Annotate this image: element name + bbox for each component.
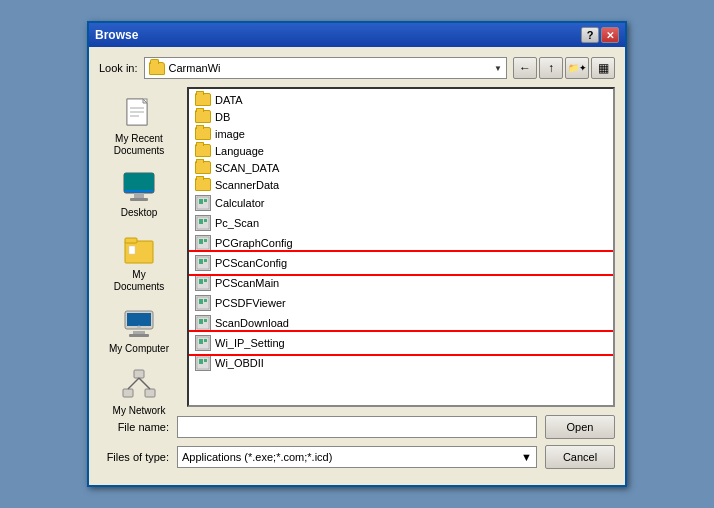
- svg-rect-34: [204, 259, 207, 262]
- file-name: PCGraphConfig: [215, 237, 293, 249]
- my-documents-icon: [121, 231, 157, 267]
- file-name: Wi_OBDII: [215, 357, 264, 369]
- up-icon: ↑: [548, 61, 554, 75]
- file-name: DB: [215, 111, 230, 123]
- look-in-value: CarmanWi: [169, 62, 221, 74]
- exe-icon: [195, 275, 211, 291]
- list-item[interactable]: ScannerData: [189, 176, 613, 193]
- back-icon: ←: [519, 61, 531, 75]
- files-of-type-dropdown[interactable]: Applications (*.exe;*.com;*.icd) ▼: [177, 446, 537, 468]
- file-name: ScanDownload: [215, 317, 289, 329]
- svg-rect-27: [199, 219, 203, 224]
- file-name: Language: [215, 145, 264, 157]
- list-item[interactable]: PCGraphConfig: [189, 233, 613, 253]
- exe-icon: [195, 235, 211, 251]
- sidebar-label-my-computer: My Computer: [109, 343, 169, 355]
- folder-icon: [149, 62, 165, 75]
- svg-rect-12: [129, 246, 135, 254]
- title-bar-left: Browse: [95, 28, 138, 42]
- dialog-title: Browse: [95, 28, 138, 42]
- file-name: Calculator: [215, 197, 265, 209]
- list-item[interactable]: Language: [189, 142, 613, 159]
- exe-icon: [195, 355, 211, 371]
- svg-rect-36: [199, 279, 203, 284]
- list-item[interactable]: PCScanConfig: [189, 253, 613, 273]
- list-item[interactable]: image: [189, 125, 613, 142]
- my-computer-icon: [121, 305, 157, 341]
- exe-icon: [195, 195, 211, 211]
- sidebar-item-my-computer[interactable]: My Computer: [103, 301, 175, 359]
- my-network-icon: [121, 367, 157, 403]
- dialog-body: Look in: CarmanWi ▼ ← ↑ 📁✦ ▦: [89, 47, 625, 485]
- file-name: SCAN_DATA: [215, 162, 279, 174]
- svg-rect-18: [134, 370, 144, 378]
- sidebar-label-recent: My RecentDocuments: [114, 133, 165, 157]
- svg-line-21: [128, 378, 139, 389]
- list-item[interactable]: Pc_Scan: [189, 213, 613, 233]
- exe-icon: [195, 215, 211, 231]
- desktop-icon: [121, 169, 157, 205]
- sidebar-label-my-documents: My Documents: [107, 269, 171, 293]
- list-item[interactable]: PCScanMain: [189, 273, 613, 293]
- file-name-input[interactable]: [177, 416, 537, 438]
- sidebar-item-desktop[interactable]: Desktop: [103, 165, 175, 223]
- svg-rect-37: [204, 279, 207, 282]
- folder-icon: [195, 161, 211, 174]
- look-in-arrow: ▼: [494, 64, 502, 73]
- back-button[interactable]: ←: [513, 57, 537, 79]
- list-item[interactable]: Wi_IP_Setting: [189, 333, 613, 353]
- folder-icon: [195, 110, 211, 123]
- svg-rect-48: [199, 359, 203, 364]
- list-item[interactable]: ScanDownload: [189, 313, 613, 333]
- list-item[interactable]: Calculator: [189, 193, 613, 213]
- new-folder-icon: 📁✦: [568, 63, 587, 73]
- svg-rect-39: [199, 299, 203, 304]
- look-in-label: Look in:: [99, 62, 138, 74]
- views-icon: ▦: [598, 61, 609, 75]
- left-panel: My RecentDocuments Desktop: [99, 87, 179, 407]
- title-buttons: ? ✕: [581, 27, 619, 43]
- list-item[interactable]: PCSDFViewer: [189, 293, 613, 313]
- svg-rect-19: [123, 389, 133, 397]
- files-of-type-label: Files of type:: [99, 451, 169, 463]
- cancel-button[interactable]: Cancel: [545, 445, 615, 469]
- look-in-row: Look in: CarmanWi ▼ ← ↑ 📁✦ ▦: [99, 57, 615, 79]
- svg-rect-14: [127, 313, 151, 326]
- svg-rect-24: [199, 199, 203, 204]
- svg-rect-20: [145, 389, 155, 397]
- svg-rect-25: [204, 199, 207, 202]
- svg-rect-46: [204, 339, 207, 342]
- recent-docs-icon: [121, 95, 157, 131]
- folder-icon: [195, 93, 211, 106]
- svg-rect-49: [204, 359, 207, 362]
- folder-icon: [195, 178, 211, 191]
- exe-icon: [195, 255, 211, 271]
- new-folder-button[interactable]: 📁✦: [565, 57, 589, 79]
- svg-rect-43: [204, 319, 207, 322]
- list-item[interactable]: DATA: [189, 91, 613, 108]
- svg-rect-45: [199, 339, 203, 344]
- help-button[interactable]: ?: [581, 27, 599, 43]
- svg-rect-9: [130, 198, 148, 201]
- svg-rect-8: [134, 193, 144, 198]
- list-item[interactable]: SCAN_DATA: [189, 159, 613, 176]
- file-list[interactable]: DATADBimageLanguageSCAN_DATAScannerDataC…: [187, 87, 615, 407]
- views-button[interactable]: ▦: [591, 57, 615, 79]
- look-in-select-inner: CarmanWi: [149, 62, 495, 75]
- svg-rect-30: [199, 239, 203, 244]
- sidebar-item-my-documents[interactable]: My Documents: [103, 227, 175, 297]
- sidebar-item-my-network[interactable]: My Network: [103, 363, 175, 421]
- look-in-dropdown[interactable]: CarmanWi ▼: [144, 57, 507, 79]
- up-button[interactable]: ↑: [539, 57, 563, 79]
- svg-rect-7: [124, 173, 154, 190]
- sidebar-item-my-recent-documents[interactable]: My RecentDocuments: [103, 91, 175, 161]
- title-bar: Browse ? ✕: [89, 23, 625, 47]
- open-button[interactable]: Open: [545, 415, 615, 439]
- file-name: ScannerData: [215, 179, 279, 191]
- exe-icon: [195, 315, 211, 331]
- close-button[interactable]: ✕: [601, 27, 619, 43]
- list-item[interactable]: Wi_OBDII: [189, 353, 613, 373]
- list-item[interactable]: DB: [189, 108, 613, 125]
- svg-rect-40: [204, 299, 207, 302]
- svg-rect-11: [125, 238, 137, 243]
